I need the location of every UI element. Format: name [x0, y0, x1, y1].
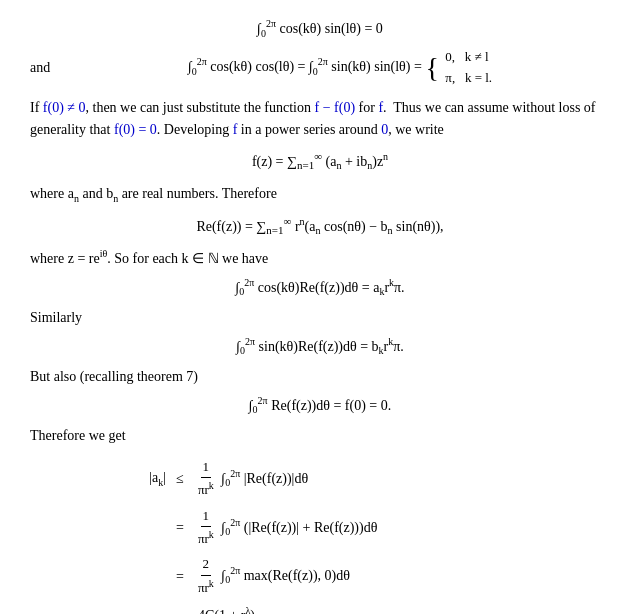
ineq-rhs-3: 2 πrk ∫02π max(Re(f(z)), 0)dθ: [190, 552, 382, 601]
ineq-row-3: = 2 πrk ∫02π max(Re(f(z)), 0)dθ: [110, 552, 381, 601]
ineq-rel-2: =: [170, 504, 190, 553]
equation-5: ∫02π cos(kθ)Re(f(z))dθ = akrkπ.: [30, 275, 610, 300]
similarly-label: Similarly: [30, 307, 610, 329]
ineq-row-2: = 1 πrk ∫02π (|Re(f(z))| + Re(f(z)))dθ: [110, 504, 381, 553]
equation-6: ∫02π sin(kθ)Re(f(z))dθ = bkrkπ.: [30, 334, 610, 359]
ineq-rel-3: =: [170, 552, 190, 601]
ineq-row-4: ≤ 4C(1 + rλ) rk: [110, 601, 381, 614]
ineq-rhs-4: 4C(1 + rλ) rk: [190, 601, 382, 614]
inequality-block: |ak| ≤ 1 πrk ∫02π |Re(f(z))|dθ = 1 πrk ∫…: [110, 455, 381, 614]
ineq-rhs-1: 1 πrk ∫02π |Re(f(z))|dθ: [190, 455, 382, 504]
but-also-label: But also (recalling theorem 7): [30, 366, 610, 388]
paragraph-2: where an and bn are real numbers. Theref…: [30, 183, 610, 206]
page: ∫02π cos(kθ) sin(lθ) = 0 and ∫02π cos(kθ…: [30, 16, 610, 614]
and-label: and: [30, 57, 70, 79]
equation-4: Re(f(z)) = ∑n=1∞ rn(an cos(nθ) − bn sin(…: [30, 213, 610, 240]
therefore-label: Therefore we get: [30, 425, 610, 447]
ineq-rhs-2: 1 πrk ∫02π (|Re(f(z))| + Re(f(z)))dθ: [190, 504, 382, 553]
equation-3: f(z) = ∑n=1∞ (an + ibn)zn: [30, 148, 610, 175]
ineq-rel-4: ≤: [170, 601, 190, 614]
paragraph-1: If f(0) ≠ 0, then we can just substitute…: [30, 97, 610, 140]
paragraph-3: where z = reiθ. So for each k ∈ ℕ we hav…: [30, 246, 610, 269]
and-equation-row: and ∫02π cos(kθ) cos(lθ) = ∫02π sin(kθ) …: [30, 47, 610, 89]
equation-7: ∫02π Re(f(z))dθ = f(0) = 0.: [30, 393, 610, 418]
equation-2: ∫02π cos(kθ) cos(lθ) = ∫02π sin(kθ) sin(…: [70, 47, 610, 89]
ineq-row-1: |ak| ≤ 1 πrk ∫02π |Re(f(z))|dθ: [110, 455, 381, 504]
equation-1: ∫02π cos(kθ) sin(lθ) = 0: [30, 16, 610, 41]
ineq-rel-1: ≤: [170, 455, 190, 504]
ineq-lhs: |ak|: [110, 455, 170, 504]
